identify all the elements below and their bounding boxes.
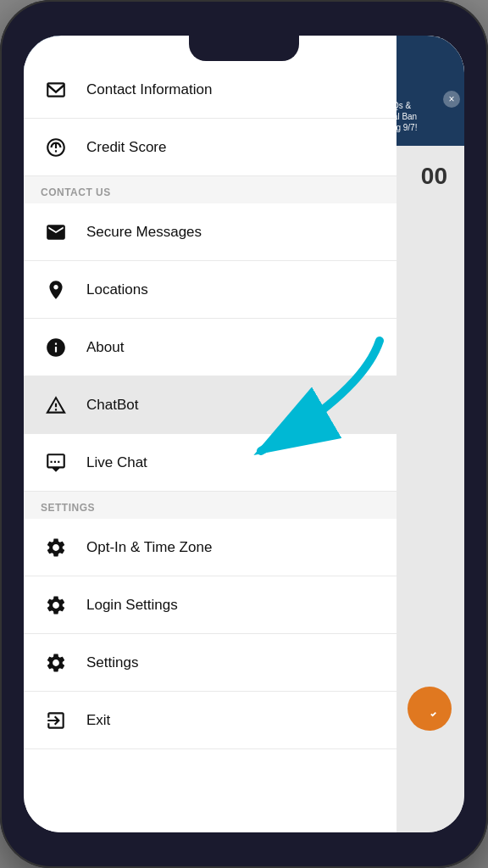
- menu-label-exit: Exit: [86, 712, 110, 729]
- menu-label-about: About: [86, 339, 124, 356]
- menu-item-settings[interactable]: Settings: [24, 634, 396, 692]
- menu-item-credit-score[interactable]: Credit Score: [24, 119, 396, 176]
- menu-label-contact-information: Contact Information: [86, 81, 212, 98]
- drawer-content: Contact Information Credit Score CONTACT…: [24, 61, 396, 832]
- envelope-icon: [41, 217, 71, 248]
- contact-icon: [41, 75, 71, 105]
- menu-label-login-settings: Login Settings: [86, 597, 178, 614]
- menu-item-contact-information[interactable]: Contact Information: [24, 61, 396, 119]
- menu-item-locations[interactable]: Locations: [24, 261, 396, 319]
- menu-item-live-chat[interactable]: Live Chat: [24, 434, 396, 492]
- menu-item-opt-in-timezone[interactable]: Opt-In & Time Zone: [24, 519, 396, 576]
- gauge-icon: [41, 132, 71, 163]
- section-header-settings: SETTINGS: [24, 492, 396, 519]
- menu-item-login-settings[interactable]: Login Settings: [24, 576, 396, 634]
- menu-label-chatbot: ChatBot: [86, 397, 138, 414]
- menu-item-exit[interactable]: Exit: [24, 692, 396, 749]
- section-header-contact-us: CONTACT US: [24, 176, 396, 203]
- chatbot-warning-icon: [41, 390, 71, 420]
- phone-screen: × FAQs &Digital Bannching 9/7! 00: [24, 36, 464, 832]
- menu-label-live-chat: Live Chat: [86, 454, 147, 471]
- close-notification-button[interactable]: ×: [443, 91, 460, 108]
- notch: [189, 36, 299, 61]
- opt-in-gear-icon: [41, 532, 71, 563]
- exit-icon: [41, 705, 71, 736]
- phone-frame: × FAQs &Digital Bannching 9/7! 00: [0, 0, 488, 868]
- fab-button[interactable]: [408, 687, 452, 731]
- menu-item-chatbot[interactable]: ChatBot: [24, 376, 396, 434]
- menu-item-about[interactable]: About: [24, 319, 396, 376]
- menu-label-opt-in-timezone: Opt-In & Time Zone: [86, 539, 212, 556]
- location-pin-icon: [41, 275, 71, 305]
- menu-label-credit-score: Credit Score: [86, 139, 166, 156]
- balance-display: 00: [421, 163, 447, 190]
- login-settings-gear-icon: [41, 590, 71, 620]
- menu-item-secure-messages[interactable]: Secure Messages: [24, 203, 396, 261]
- settings-gear-icon: [41, 648, 71, 678]
- live-chat-icon: [41, 448, 71, 478]
- side-drawer: Contact Information Credit Score CONTACT…: [24, 36, 396, 832]
- menu-label-settings: Settings: [86, 654, 138, 671]
- info-icon: [41, 332, 71, 363]
- menu-label-secure-messages: Secure Messages: [86, 224, 202, 241]
- menu-label-locations: Locations: [86, 281, 148, 298]
